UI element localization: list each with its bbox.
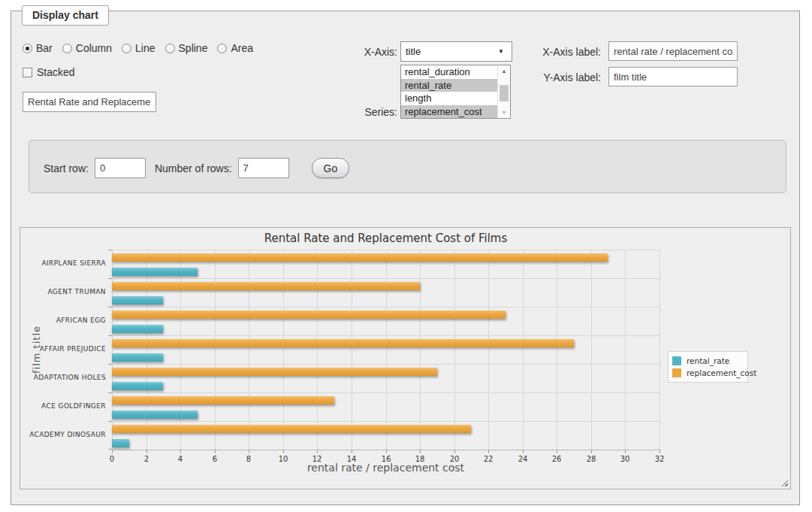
gridline [625,250,626,450]
series-option-length[interactable]: length [401,92,497,105]
chart-legend: rental_rate replacement_cost [668,351,748,383]
gridline [112,392,660,393]
chart-title-input[interactable] [23,92,156,112]
scrollbar-thumb[interactable] [500,85,509,101]
chevron-down-icon [498,48,512,55]
stacked-label: Stacked [37,66,75,78]
gridline [112,250,113,450]
category-label: ACE GOLDFINGER [20,402,106,410]
legend-item-rental-rate[interactable]: rental_rate [672,355,744,367]
bar-rental_rate[interactable] [112,268,198,276]
category-label: ACADEMY DINOSAUR [20,431,106,438]
chart: Rental Rate and Replacement Cost of Film… [20,227,791,489]
radio-line-label: Line [135,42,155,54]
x-tick-mark [249,450,249,453]
bar-replacement_cost[interactable] [112,368,437,376]
x-axis-selected-value: title [401,46,498,57]
number-of-rows-input[interactable] [238,158,289,178]
gridline [660,250,660,450]
y-tick-mark [108,307,112,308]
radio-area[interactable]: Area [217,42,253,54]
bar-rental_rate[interactable] [112,296,163,304]
gridline [249,250,249,450]
gridline [454,250,455,450]
x-axis-title: rental rate / replacement cost [112,462,660,474]
series-multiselect[interactable]: rental_duration rental_rate length repla… [400,65,511,119]
rows-form: Start row: Number of rows: Go [44,158,349,178]
category-label: ADAPTATION HOLES [20,374,106,381]
y-tick-mark [108,278,112,279]
radio-icon [217,44,227,53]
radio-column[interactable]: Column [62,42,112,54]
gridline [317,250,318,450]
start-row-label: Start row: [44,162,89,174]
scroll-up-icon[interactable] [498,65,510,77]
radio-column-label: Column [76,42,112,54]
gridline [557,250,557,450]
series-select-label: Series: [331,106,397,118]
radio-icon [122,44,131,53]
y-tick-mark [108,421,112,422]
x-tick-mark [112,450,113,453]
radio-spline-label: Spline [179,42,208,54]
bar-rental_rate[interactable] [112,353,163,362]
gridline [112,307,660,308]
resize-handle-icon[interactable] [780,479,788,486]
start-row-input[interactable] [95,158,146,178]
y-axis-label-label: Y-Axis label: [530,71,601,83]
radio-line[interactable]: Line [122,42,155,54]
legend-swatch-rental-rate [672,356,681,365]
series-options: rental_duration rental_rate length repla… [401,65,497,118]
radio-spline[interactable]: Spline [165,42,208,54]
bar-rental_rate[interactable] [112,411,198,419]
stacked-checkbox[interactable] [23,68,32,77]
bar-rental_rate[interactable] [112,439,129,447]
x-tick-mark [352,450,352,453]
series-option-rental-duration[interactable]: rental_duration [401,65,497,79]
number-of-rows-label: Number of rows: [155,162,232,174]
series-option-rental-rate[interactable]: rental_rate [401,79,497,92]
scroll-down-icon[interactable] [498,107,510,118]
gridline [386,250,387,450]
go-button[interactable]: Go [312,158,350,178]
x-tick-mark [146,450,147,453]
bar-replacement_cost[interactable] [112,339,574,347]
gridline [112,278,660,279]
bar-replacement_cost[interactable] [112,396,334,404]
y-tick-mark [108,250,112,250]
bar-replacement_cost[interactable] [112,425,471,433]
x-axis-select[interactable]: title [400,41,512,62]
x-tick-mark [488,450,489,453]
gridline [112,335,660,336]
gridline [283,250,284,450]
x-tick-mark [625,450,626,453]
x-tick-mark [386,450,387,453]
radio-area-label: Area [231,42,253,54]
stacked-checkbox-row[interactable]: Stacked [23,66,75,78]
gridline [112,250,660,250]
y-tick-mark [108,335,112,336]
gridline [352,250,352,450]
category-label: AFRICAN EGG [20,317,106,324]
radio-bar[interactable]: Bar [23,42,53,54]
bar-replacement_cost[interactable] [112,253,608,262]
bar-rental_rate[interactable] [112,325,163,333]
gridline [523,250,524,450]
legend-item-replacement-cost[interactable]: replacement_cost [672,367,744,379]
gridline [112,364,660,365]
gridline [420,250,421,450]
series-option-replacement-cost[interactable]: replacement_cost [401,105,497,119]
bar-rental_rate[interactable] [112,382,163,390]
y-axis-label-input[interactable] [608,67,738,86]
scrollbar[interactable] [497,65,510,118]
x-axis-label-input[interactable] [608,41,738,61]
bar-replacement_cost[interactable] [112,311,506,319]
radio-icon [165,44,175,53]
x-tick-mark [454,450,455,453]
legend-label: rental_rate [687,356,729,365]
radio-icon [62,44,72,53]
gridline [488,250,489,450]
radio-icon [23,44,32,53]
bar-replacement_cost[interactable] [112,282,420,290]
legend-swatch-replacement-cost [672,368,681,377]
